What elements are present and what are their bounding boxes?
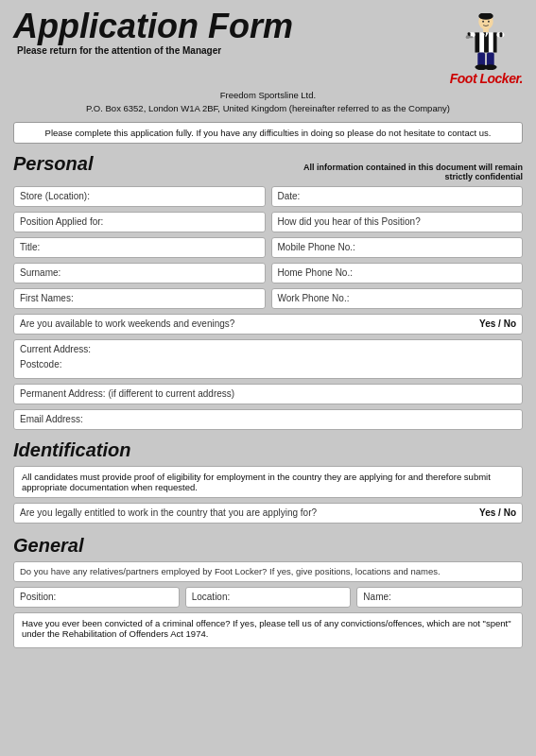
general-name-label: Name: [363,592,390,602]
date-label: Date: [278,191,301,201]
general-section-header: General [13,535,523,557]
address-box[interactable]: Current Address: Postcode: [13,339,523,379]
relatives-field[interactable]: Do you have any relatives/partners emplo… [13,561,523,582]
general-location-label: Location: [192,592,231,602]
address-label: Current Address: [20,344,516,359]
store-field[interactable]: Store (Location): [13,186,266,207]
work-phone-field[interactable]: Work Phone No.: [271,288,524,309]
home-phone-label: Home Phone No.: [278,267,354,278]
title-field[interactable]: Title: [13,237,266,258]
general-location-field[interactable]: Location: [185,587,352,608]
criminal-text: Have you ever been convicted of a crimin… [22,618,511,639]
svg-point-12 [466,35,470,39]
relatives-label: Do you have any relatives/partners emplo… [20,566,441,576]
email-field[interactable]: Email Address: [13,409,523,430]
legal-yesno: Yes / No [479,507,516,518]
permanent-address-field[interactable]: Permanent Address: (if different to curr… [13,384,523,404]
criminal-field[interactable]: Have you ever been convicted of a crimin… [13,612,523,648]
mobile-label: Mobile Phone No.: [278,242,355,252]
referee-icon [461,13,510,70]
svg-point-20 [488,21,490,23]
svg-rect-6 [493,32,497,52]
svg-point-16 [484,64,497,70]
company-address: P.O. Box 6352, London W1A 2BF, United Ki… [13,102,523,115]
svg-rect-10 [500,32,503,37]
legal-row[interactable]: Are you legally entitled to work in the … [13,503,523,524]
surname-home-row: Surname: Home Phone No.: [13,263,523,284]
svg-rect-4 [475,32,480,52]
position-hear-row: Position Applied for: How did you hear o… [13,212,523,232]
position-field[interactable]: Position Applied for: [13,212,266,232]
identification-title: Identification [13,439,130,461]
weekends-yesno: Yes / No [479,318,516,329]
position-label: Position Applied for: [20,216,103,227]
surname-field[interactable]: Surname: [13,263,266,284]
personal-title: Personal [13,153,93,175]
email-label: Email Address: [20,414,83,424]
personal-note: All information contained in this docume… [277,163,523,181]
company-info: Freedom Sportsline Ltd. P.O. Box 6352, L… [13,89,523,116]
store-label: Store (Location): [20,191,90,201]
identification-section-header: Identification [13,439,523,461]
firstname-label: First Names: [20,293,74,303]
logo-text: Foot Locker. [450,72,523,85]
personal-section-header: Personal All information contained in th… [13,153,523,181]
postcode-label: Postcode: [20,359,516,374]
title-mobile-row: Title: Mobile Phone No.: [13,237,523,258]
surname-label: Surname: [20,267,61,278]
weekends-label: Are you available to work weekends and e… [20,318,234,329]
brand-logo: Foot Locker. [450,13,523,85]
position-location-name-row: Position: Location: Name: [13,587,523,608]
home-phone-field[interactable]: Home Phone No.: [271,263,524,284]
mobile-field[interactable]: Mobile Phone No.: [271,237,524,258]
store-date-row: Store (Location): Date: [13,186,523,207]
weekends-row[interactable]: Are you available to work weekends and e… [13,314,523,335]
permanent-address-label: Permanent Address: (if different to curr… [20,388,234,399]
page-header: Application Form Please return for the a… [13,9,523,85]
page-title: Application Form [13,9,293,43]
svg-rect-2 [483,28,489,32]
svg-point-19 [483,21,485,23]
general-position-field[interactable]: Position: [13,587,180,608]
work-phone-label: Work Phone No.: [278,293,350,303]
page-subtitle: Please return for the attention of the M… [17,45,293,56]
identification-notice: All candidates must provide proof of eli… [13,466,523,498]
hear-label: How did you hear of this Position? [278,216,421,227]
general-position-label: Position: [20,592,56,602]
firstname-work-row: First Names: Work Phone No.: [13,288,523,309]
firstname-field[interactable]: First Names: [13,288,266,309]
general-name-field[interactable]: Name: [356,587,523,608]
hear-field[interactable]: How did you hear of this Position? [271,212,524,232]
main-notice: Please complete this application fully. … [13,122,523,144]
company-name: Freedom Sportsline Ltd. [13,89,523,102]
date-field[interactable]: Date: [271,186,524,207]
title-block: Application Form Please return for the a… [13,9,293,56]
title-label: Title: [20,242,40,252]
general-title: General [13,535,83,557]
legal-label: Are you legally entitled to work in the … [20,507,317,518]
